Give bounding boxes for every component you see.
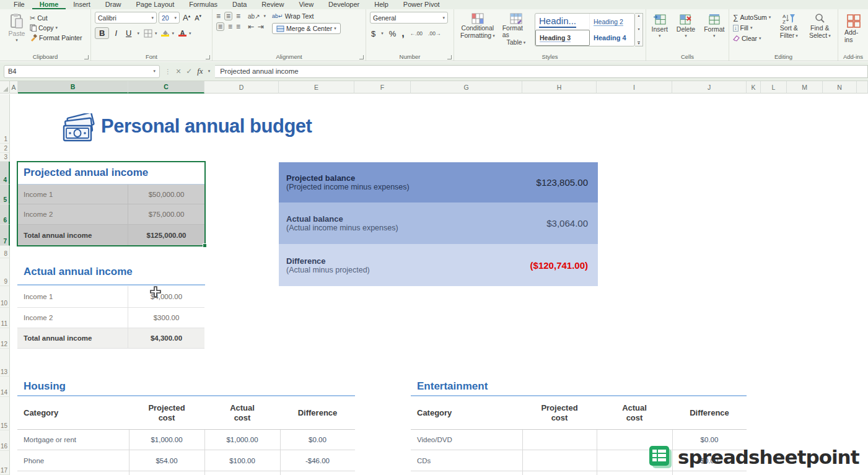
tab-page-layout[interactable]: Page Layout — [128, 0, 182, 9]
row-header-16[interactable]: 16 — [0, 430, 10, 451]
table-cell[interactable] — [522, 450, 597, 471]
table-cell[interactable]: -$46.00 — [280, 450, 355, 471]
align-right-icon[interactable]: ≡ — [236, 23, 240, 30]
format-as-table-button[interactable]: Format as Table▾ — [500, 12, 532, 47]
clipboard-dialog-launcher[interactable] — [84, 55, 89, 59]
tab-draw[interactable]: Draw — [98, 0, 129, 9]
name-box[interactable]: B4 ▾ — [4, 65, 160, 78]
styles-gallery-scrollbar[interactable]: ▴ ▾ ▾ — [635, 13, 643, 46]
cut-button[interactable]: ✂ Cut — [30, 14, 82, 22]
align-middle-icon[interactable]: ≡ — [224, 12, 232, 20]
style-heading2[interactable]: Heading 2 — [590, 14, 634, 30]
row-header-5[interactable]: 5 — [0, 185, 10, 204]
clear-caret-icon[interactable]: ▾ — [759, 34, 761, 43]
comma-button[interactable]: , — [401, 28, 404, 39]
table-cell[interactable]: $1,000.00 — [204, 430, 280, 450]
fill-color-caret-icon[interactable]: ▾ — [172, 31, 174, 36]
align-top-icon[interactable]: ≡ — [216, 12, 221, 20]
autosum-button[interactable]: ∑ AutoSum ▾ — [733, 13, 771, 22]
table-cell[interactable]: Income 2 — [17, 308, 128, 328]
align-left-icon[interactable]: ≡ — [216, 22, 224, 31]
entertainment-header[interactable]: Entertainment — [411, 377, 747, 396]
balance-row-projected[interactable]: Projected balance (Projected income minu… — [279, 162, 598, 203]
tab-power-pivot[interactable]: Power Pivot — [396, 0, 447, 9]
col-header-H[interactable]: H — [522, 81, 597, 94]
col-header-J[interactable]: J — [672, 81, 747, 94]
format-painter-button[interactable]: Format Painter — [30, 33, 82, 42]
tab-developer[interactable]: Developer — [321, 0, 367, 9]
balance-row-difference[interactable]: Difference (Actual minus projected) ($12… — [279, 244, 598, 286]
currency-caret-icon[interactable]: ▾ — [381, 31, 384, 36]
shrink-font-button[interactable]: A▾ — [193, 14, 203, 22]
gallery-more-icon[interactable]: ▾ — [638, 41, 639, 45]
column-header[interactable]: Category — [411, 397, 522, 430]
column-header[interactable]: Category — [17, 397, 129, 430]
merge-center-button[interactable]: Merge & Center ▾ — [272, 23, 341, 34]
col-header-B[interactable]: B — [18, 81, 128, 94]
increase-decimal-button[interactable]: ←.00 — [410, 30, 423, 37]
style-heading4[interactable]: Heading 4 — [590, 30, 634, 46]
tab-home[interactable]: Home — [32, 0, 66, 9]
row-header-17[interactable]: 17 — [0, 451, 10, 475]
fill-caret-icon[interactable]: ▾ — [750, 24, 753, 32]
orientation-caret-icon[interactable]: ▾ — [264, 14, 266, 19]
font-family-select[interactable]: Calibri▾ — [95, 12, 157, 24]
wrap-text-button[interactable]: ab↵ Wrap Text — [272, 12, 341, 20]
paste-caret-icon[interactable]: ▾ — [15, 38, 18, 43]
delete-caret-icon[interactable]: ▾ — [685, 33, 687, 38]
insert-caret-icon[interactable]: ▾ — [659, 33, 661, 38]
column-header[interactable]: Difference — [672, 397, 747, 430]
decrease-decimal-button[interactable]: .00→ — [428, 30, 441, 37]
enter-icon[interactable]: ✓ — [186, 67, 192, 76]
gallery-up-icon[interactable]: ▴ — [638, 14, 639, 17]
table-cell[interactable]: $1,000.00 — [129, 430, 204, 450]
row-header-10[interactable]: 10 — [0, 286, 10, 308]
style-heading1[interactable]: Headin... — [535, 14, 590, 30]
row-header-12[interactable]: 12 — [0, 328, 10, 349]
formula-expand-icon[interactable]: ▾ — [208, 69, 211, 74]
grow-font-button[interactable]: A▴ — [182, 13, 191, 22]
col-header-E[interactable]: E — [279, 81, 354, 94]
tab-data[interactable]: Data — [225, 0, 254, 9]
select-all-corner[interactable] — [0, 81, 10, 94]
row-header-3[interactable]: 3 — [0, 153, 10, 162]
table-cell[interactable]: Mortgage or rent — [17, 430, 129, 450]
table-cell[interactable]: Income 1 — [17, 286, 128, 308]
font-color-button[interactable]: A — [178, 30, 186, 37]
name-box-caret-icon[interactable]: ▾ — [153, 69, 156, 74]
orientation-icon[interactable]: ab↗ — [248, 13, 260, 20]
projected-income-header[interactable]: Projected annual income — [17, 162, 205, 185]
row-header-13[interactable]: 13 — [0, 349, 10, 377]
format-cells-button[interactable]: Format ▾ — [701, 13, 727, 40]
actual-income-header[interactable]: Actual annual income — [17, 258, 205, 285]
font-size-select[interactable]: 20▾ — [159, 12, 180, 24]
copy-caret-icon[interactable]: ▾ — [56, 24, 58, 32]
row-header-8[interactable]: 8 — [0, 246, 10, 258]
tab-file[interactable]: File — [6, 0, 32, 9]
table-cell[interactable]: $300.00 — [128, 308, 204, 328]
table-cell[interactable]: Total annual income — [17, 225, 128, 246]
tab-view[interactable]: View — [291, 0, 321, 9]
col-header-N[interactable]: N — [823, 81, 857, 94]
table-cell[interactable]: $100.00 — [204, 450, 280, 471]
italic-button[interactable]: I — [112, 28, 120, 38]
col-header-A[interactable]: A — [10, 81, 18, 94]
row-header-9[interactable]: 9 — [0, 258, 10, 286]
alignment-dialog-launcher[interactable] — [359, 55, 364, 59]
table-cell[interactable]: Total annual income — [17, 328, 128, 349]
col-header-D[interactable]: D — [204, 81, 279, 94]
table-cell[interactable]: Income 2 — [17, 204, 128, 225]
tab-review[interactable]: Review — [254, 0, 291, 9]
row-header-6[interactable]: 6 — [0, 204, 10, 225]
balance-row-actual[interactable]: Actual balance (Actual income minus expe… — [279, 203, 598, 244]
col-header-M[interactable]: M — [787, 81, 823, 94]
cancel-icon[interactable]: × — [176, 66, 181, 76]
currency-button[interactable]: $ — [371, 29, 375, 38]
column-header[interactable]: Projected cost — [129, 397, 204, 430]
borders-caret-icon[interactable]: ▾ — [155, 31, 157, 36]
table-cell[interactable]: $54.00 — [129, 450, 204, 471]
column-header[interactable]: Actual cost — [204, 397, 280, 430]
table-cell[interactable]: Video/DVD — [411, 430, 522, 450]
style-heading3[interactable]: Heading 3 — [535, 30, 590, 46]
addins-button[interactable]: Add-ins — [842, 12, 866, 45]
